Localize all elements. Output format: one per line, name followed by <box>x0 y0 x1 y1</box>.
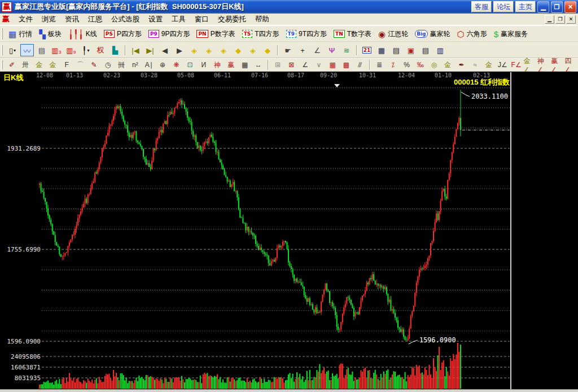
menu-item[interactable]: 江恩 <box>84 14 107 24</box>
formula-pick-button[interactable]: 〰 <box>20 44 34 56</box>
p-number-button[interactable]: PNP数字表 <box>196 29 235 39</box>
candle-style-dropdown-button[interactable]: ╿▾ <box>79 44 93 56</box>
minimize-button[interactable]: ▁ <box>537 1 549 13</box>
red-grid2-button[interactable]: ▩ <box>340 59 352 71</box>
time-grid-button[interactable]: 卌 <box>115 59 128 71</box>
win-angle-button[interactable]: 赢∠ <box>551 59 563 71</box>
t-square-button[interactable]: TST四方形 <box>242 29 279 39</box>
gann-wheel-button[interactable]: ◉江恩轮 <box>378 29 408 39</box>
customer-service-button[interactable]: 客服 <box>471 1 492 12</box>
win-grid-button[interactable]: 赢 <box>225 59 237 71</box>
crosshair-button[interactable]: + <box>296 44 309 56</box>
four-angle-button[interactable]: 四∠ <box>565 59 577 71</box>
percent-level-button[interactable]: ‰ <box>414 59 427 71</box>
arc-tool-button[interactable]: ⌒ <box>74 59 86 71</box>
gold-char-button[interactable]: 金 <box>483 59 495 71</box>
t9-square-button[interactable]: T99T四方形 <box>286 29 327 39</box>
restore-button[interactable]: ❐ <box>551 1 563 13</box>
knife-tool-button[interactable]: ✐ <box>6 59 18 71</box>
pencil-tool-button[interactable]: ✎ <box>88 59 100 71</box>
volume-profile-button[interactable]: ▙ <box>108 44 122 56</box>
mdi-restore-button[interactable]: ❐ <box>555 15 565 24</box>
winner-service-button[interactable]: $赢家服务 <box>494 29 528 39</box>
quotes-button[interactable]: ▦行情 <box>8 29 32 39</box>
snowflake-button[interactable]: ❋ <box>170 59 182 71</box>
menu-item[interactable]: 公式选股 <box>107 14 144 24</box>
shrink-left-button[interactable]: ◈ <box>187 44 201 56</box>
close-button[interactable]: ✕ <box>564 1 576 13</box>
trend-lines-button[interactable]: ⫻ <box>354 59 366 71</box>
info-doc-button[interactable]: ▤ <box>35 44 49 56</box>
menu-item[interactable]: 文件 <box>14 14 37 24</box>
forum-button[interactable]: 论坛 <box>493 1 514 12</box>
prev-page-button[interactable]: ◀ <box>158 44 172 56</box>
shrink-right-button[interactable]: ◈ <box>202 44 216 56</box>
gold-section-h-button[interactable]: 金 <box>33 59 45 71</box>
restore-rights-button[interactable]: 权 <box>94 44 107 56</box>
circle-cross-button[interactable]: ⊕ <box>156 59 169 71</box>
brush-tool-button[interactable]: ✒ <box>455 59 467 71</box>
hexagon-button[interactable]: ⬡六角形 <box>457 29 487 39</box>
enlarge-button[interactable]: ◈ <box>246 44 260 56</box>
shrink-horizontal-button[interactable]: ◈ <box>217 44 230 56</box>
percent-button[interactable]: % <box>400 59 413 71</box>
winner-wheel-button[interactable]: Big赢家轮 <box>415 29 450 39</box>
next-page-button[interactable]: ▶ <box>173 44 186 56</box>
curve-tool-button[interactable]: ≋ <box>340 44 353 56</box>
menu-item[interactable]: 浏览 <box>37 14 60 24</box>
minute9-chart-button[interactable]: ▥₉ <box>64 44 78 56</box>
fibonacci-button[interactable]: F <box>60 59 73 71</box>
cycle-clock-button[interactable]: ◷ <box>102 59 114 71</box>
j-angle-button[interactable]: J∠ <box>496 59 509 71</box>
menu-item[interactable]: 帮助 <box>251 14 274 24</box>
frame-tool-button[interactable]: ⊞ <box>272 59 284 71</box>
gold-circle-button[interactable]: ◎ <box>428 59 440 71</box>
toolbar-grip[interactable] <box>1 28 3 39</box>
gold-line-button[interactable]: 金 <box>441 59 454 71</box>
last-page-button[interactable]: ▶| <box>143 44 157 56</box>
god-angle-button[interactable]: 神∠ <box>537 59 550 71</box>
chart-area[interactable]: 12-0801-1302-2303-2805-0806-1107-1608-17… <box>0 72 578 389</box>
k-wave-button[interactable]: И <box>198 59 210 71</box>
angle-measure-button[interactable]: ∠ <box>310 44 324 56</box>
p-square-button[interactable]: PSP四方形 <box>104 29 142 39</box>
angle-lines-button[interactable]: ∠ <box>299 59 312 71</box>
t-number-button[interactable]: TNT数字表 <box>334 29 371 39</box>
menu-item[interactable]: 交易委托 <box>213 14 251 24</box>
angle-a-button[interactable]: A∣ <box>143 59 155 71</box>
gann-grid-h-button[interactable]: 卅 <box>19 59 32 71</box>
n-square-button[interactable]: n² <box>129 59 141 71</box>
span-arrow-button[interactable]: ↔ <box>252 59 265 71</box>
menu-item[interactable]: 设置 <box>144 14 167 24</box>
toolbar-grip[interactable] <box>1 60 3 69</box>
scale-ladder-button[interactable]: ≣ <box>373 59 386 71</box>
save-button[interactable]: ▣ <box>404 44 418 56</box>
p9-square-button[interactable]: P99P四方形 <box>148 29 190 39</box>
wave-fit-button[interactable]: ≈ <box>469 59 481 71</box>
god-grid-button[interactable]: 神 <box>211 59 224 71</box>
toolbar-grip[interactable] <box>1 45 3 55</box>
calculator-button[interactable]: ▦ <box>375 44 388 56</box>
home-button[interactable]: 主页 <box>515 1 536 12</box>
mdi-close-button[interactable]: ✕ <box>566 15 576 24</box>
red-grid-button[interactable]: ▦ <box>326 59 339 71</box>
minute3-chart-button[interactable]: ▥₃ <box>50 44 63 56</box>
period-dropdown-button[interactable]: ▯▾ <box>6 44 19 56</box>
notepad-button[interactable]: ▤ <box>389 44 403 56</box>
data-manage-button[interactable]: ▥ <box>434 44 447 56</box>
gold-section-v-button[interactable]: 金 <box>47 59 59 71</box>
menu-item[interactable]: 资讯 <box>60 14 84 24</box>
ray-fan-button[interactable]: ⊠ <box>285 59 297 71</box>
percent-line-button[interactable]: ⁒ <box>387 59 399 71</box>
gold-angle-button[interactable]: 金∠ <box>524 59 536 71</box>
menu-item[interactable]: 窗口 <box>190 14 213 24</box>
price-grid-button[interactable]: ▦ <box>238 59 251 71</box>
mdi-minimize-button[interactable]: ▁ <box>545 15 554 24</box>
data-export-button[interactable]: ▤ <box>419 44 432 56</box>
band-tool-button[interactable]: Ψ <box>325 44 339 56</box>
restore-scale-button[interactable]: ◆ <box>231 44 245 56</box>
f-angle-button[interactable]: F∠ <box>510 59 522 71</box>
menu-item[interactable]: 工具 <box>167 14 190 24</box>
square-target-button[interactable]: ⊡ <box>183 59 196 71</box>
sectors-button[interactable]: ▚板块 <box>39 29 62 39</box>
